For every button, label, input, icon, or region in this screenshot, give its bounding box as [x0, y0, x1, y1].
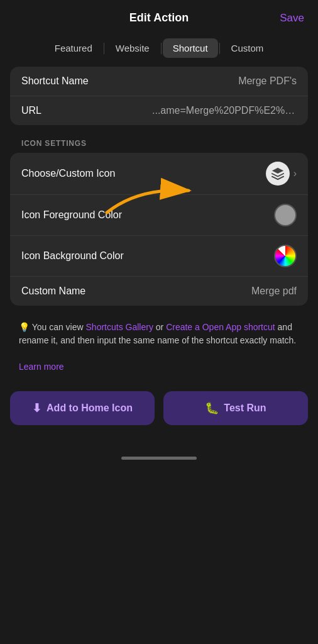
- add-home-icon-label: Add to Home Icon: [47, 402, 133, 414]
- bulb-icon: 💡: [19, 322, 30, 332]
- bg-color-circle: [274, 245, 297, 267]
- shortcuts-gallery-link[interactable]: Shortcuts Gallery: [86, 322, 153, 332]
- tab-shortcut[interactable]: Shortcut: [163, 38, 218, 58]
- add-home-icon-button[interactable]: ⬇ Add to Home Icon: [10, 391, 155, 425]
- bug-icon: 🐛: [205, 401, 219, 415]
- custom-icon-circle: [266, 162, 290, 186]
- page-title: Edit Action: [129, 11, 189, 25]
- shortcut-url-row: URL ...ame=Merge%20PDF%E2%80%99s: [10, 96, 308, 125]
- tab-website[interactable]: Website: [106, 38, 160, 58]
- custom-name-row: Custom Name Merge pdf: [10, 277, 308, 306]
- fg-color-circle: [274, 204, 297, 226]
- test-run-button[interactable]: 🐛 Test Run: [163, 391, 308, 425]
- tab-featured[interactable]: Featured: [45, 38, 102, 58]
- info-text-middle: or: [156, 322, 166, 332]
- custom-name-label: Custom Name: [21, 286, 85, 297]
- bg-color-label: Icon Background Color: [21, 250, 124, 262]
- header: Edit Action Save: [0, 0, 318, 33]
- learn-more-link[interactable]: Learn more: [19, 362, 64, 372]
- shortcut-name-row: Shortcut Name Merge PDF's: [10, 67, 308, 96]
- download-icon: ⬇: [32, 401, 41, 415]
- fg-color-label: Icon Foreground Color: [21, 209, 122, 221]
- info-box: 💡 You can view Shortcuts Gallery or Crea…: [10, 313, 308, 381]
- fg-color-right: [274, 204, 297, 226]
- shortcut-name-value: Merge PDF's: [238, 75, 297, 87]
- shortcut-info-card: Shortcut Name Merge PDF's URL ...ame=Mer…: [10, 67, 308, 125]
- tab-custom[interactable]: Custom: [221, 38, 274, 58]
- create-shortcut-link[interactable]: Create a Open App shortcut: [166, 322, 275, 332]
- custom-name-value: Merge pdf: [251, 286, 297, 297]
- tab-divider-1: [104, 43, 104, 54]
- info-text-before: You can view: [32, 322, 86, 332]
- choose-icon-row[interactable]: Choose/Custom Icon ›: [10, 153, 308, 195]
- choose-icon-right: ›: [266, 162, 297, 186]
- bg-color-row[interactable]: Icon Background Color: [10, 236, 308, 277]
- home-bar-pill: [121, 457, 197, 460]
- icon-settings-section-label: ICON SETTINGS: [10, 133, 308, 153]
- test-run-label: Test Run: [224, 402, 266, 414]
- icon-settings-card: Choose/Custom Icon › Icon Foreground Col…: [10, 153, 308, 306]
- home-bar: [0, 444, 318, 466]
- tab-divider-2: [161, 43, 162, 54]
- chevron-icon: ›: [293, 168, 297, 179]
- save-button[interactable]: Save: [280, 12, 304, 25]
- bg-color-right: [274, 245, 297, 267]
- shortcut-url-label: URL: [21, 105, 41, 116]
- bottom-buttons: ⬇ Add to Home Icon 🐛 Test Run: [0, 391, 318, 425]
- shortcut-name-label: Shortcut Name: [21, 75, 89, 87]
- fg-color-row[interactable]: Icon Foreground Color: [10, 195, 308, 236]
- shortcut-url-value: ...ame=Merge%20PDF%E2%80%99s: [152, 105, 297, 116]
- choose-icon-label: Choose/Custom Icon: [21, 168, 115, 179]
- tab-divider-3: [219, 43, 220, 54]
- tab-bar: Featured Website Shortcut Custom: [0, 33, 318, 67]
- layers-icon: [271, 167, 285, 180]
